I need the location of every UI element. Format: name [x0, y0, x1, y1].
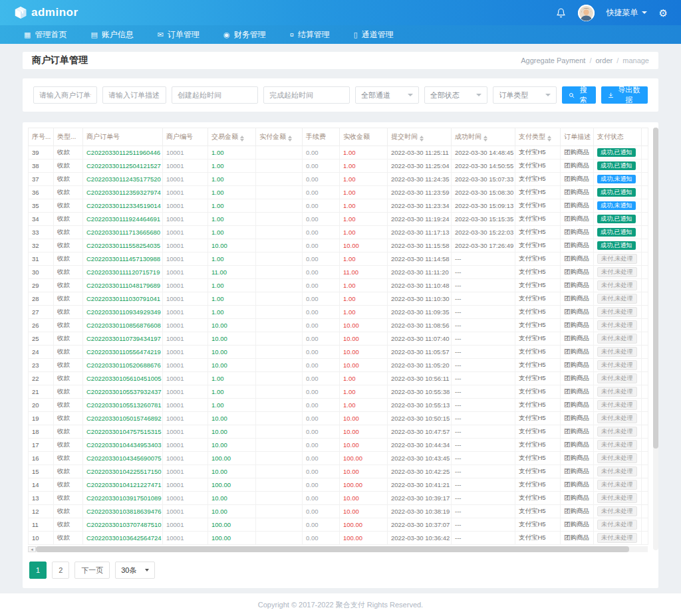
bell-icon[interactable] — [556, 8, 566, 18]
cell-pay-status: 未付,未处理 — [594, 425, 642, 439]
cell-fee: 0.00 — [303, 146, 340, 159]
cell-amount: 1.00 — [208, 385, 256, 399]
sort-icon[interactable] — [288, 136, 292, 142]
cell-amount: 1.00 — [208, 159, 256, 173]
filter-select-status[interactable]: 全部状态 — [424, 86, 488, 104]
table-row: 39收款C20220330112511960446100011.000.001.… — [29, 146, 648, 159]
cell-filler — [642, 253, 648, 266]
status-badge: 成功,已通知 — [597, 161, 636, 170]
cell-seq: 15 — [29, 465, 54, 478]
cell-merchant-no: 10001 — [163, 372, 208, 385]
cell-order-no: C20220330103642564724 — [83, 532, 163, 545]
vertical-scrollbar-thumb[interactable] — [653, 128, 658, 449]
user-avatar[interactable] — [578, 5, 595, 21]
page-button-2[interactable]: 2 — [52, 562, 69, 579]
cell-seq: 22 — [29, 372, 54, 385]
logo[interactable]: adminor — [13, 5, 78, 20]
cell-amount: 1.00 — [208, 226, 256, 239]
col-header-label: 序号... — [32, 133, 51, 140]
vertical-scrollbar[interactable] — [653, 128, 658, 550]
sort-icon[interactable] — [420, 136, 424, 142]
sort-icon[interactable] — [483, 136, 487, 142]
cell-paid-amount — [256, 385, 303, 399]
cell-order-desc: 团购商品 — [561, 332, 594, 346]
page-button-1[interactable]: 1 — [29, 562, 47, 579]
cell-paid-amount — [256, 159, 303, 173]
breadcrumb-separator: / — [589, 56, 591, 64]
cell-order-desc: 团购商品 — [561, 306, 594, 319]
nav-item-finance[interactable]: ◉财务管理 — [211, 25, 278, 44]
search-icon — [569, 92, 575, 99]
cell-seq: 17 — [29, 439, 54, 452]
cell-success-time: --- — [452, 399, 515, 412]
cell-fee: 0.00 — [303, 518, 340, 532]
nav-item-settle[interactable]: ¤结算管理 — [278, 25, 342, 44]
horizontal-scrollbar-thumb[interactable] — [36, 546, 629, 552]
col-header-label: 支付类型 — [519, 133, 545, 140]
cell-pay-type: 支付宝H5 — [515, 226, 561, 239]
cell-filler — [642, 266, 648, 279]
gear-icon[interactable]: ⚙ — [659, 8, 668, 18]
sort-desc-arrow — [483, 139, 487, 142]
search-button[interactable]: 搜索 — [562, 86, 596, 104]
filter-select-channel[interactable]: 全部通道 — [355, 86, 419, 104]
pagination: 12下一页30条 — [29, 562, 653, 579]
nav-item-dashboard[interactable]: ▦管理首页 — [16, 25, 78, 44]
cell-amount: 1.00 — [208, 173, 256, 186]
cell-order-no: C20220330104757515315 — [83, 425, 163, 439]
cell-pay-type: 支付宝H5 — [515, 372, 561, 385]
sort-asc-arrow — [240, 136, 244, 138]
cell-submit-time: 2022-03-30 11:09:35 — [388, 306, 452, 319]
page-size-select[interactable]: 30条 — [115, 562, 154, 579]
col-header-label: 成功时间 — [455, 133, 481, 140]
nav-item-channel[interactable]: ▯通道管理 — [342, 25, 406, 44]
cell-fee: 0.00 — [303, 425, 340, 439]
nav-item-account[interactable]: ▤账户信息 — [78, 25, 145, 44]
cell-pay-type: 支付宝H5 — [515, 239, 561, 253]
cell-pay-status: 未付,未处理 — [594, 359, 642, 372]
cell-pay-type: 支付宝H5 — [515, 279, 561, 292]
cell-seq: 31 — [29, 253, 54, 266]
sort-desc-arrow — [288, 139, 292, 142]
horizontal-scrollbar[interactable] — [36, 546, 648, 552]
status-badge: 成功,已通知 — [597, 215, 636, 223]
cell-filler — [642, 372, 648, 385]
status-badge: 未付,未处理 — [597, 254, 637, 264]
cell-type: 收款 — [54, 146, 83, 159]
cell-paid-amount — [256, 346, 303, 359]
nav-item-order[interactable]: ✉订单管理 — [146, 25, 211, 44]
cell-filler — [642, 412, 648, 425]
status-badge: 成功,已通知 — [597, 241, 636, 250]
cell-type: 收款 — [54, 199, 83, 213]
cell-order-no: C20220330105513260781 — [83, 399, 163, 412]
cell-submit-time: 2022-03-30 11:10:30 — [388, 292, 452, 306]
cell-success-time: --- — [452, 465, 515, 478]
cell-pay-status: 成功,已通知 — [594, 226, 642, 239]
breadcrumb-item: order — [595, 56, 613, 64]
cell-submit-time: 2022-03-30 11:24:35 — [388, 173, 452, 186]
sort-icon[interactable] — [547, 136, 551, 142]
cell-submit-time: 2022-03-30 10:55:38 — [388, 385, 452, 399]
create-start-time-input[interactable] — [172, 86, 258, 104]
order-desc-input[interactable] — [102, 86, 166, 104]
cell-success-time: --- — [452, 266, 515, 279]
cell-merchant-no: 10001 — [163, 199, 208, 213]
cell-received: 10.00 — [340, 319, 388, 332]
cell-order-no: C20220330110856876608 — [83, 319, 163, 332]
filter-select-order-type[interactable]: 订单类型 — [493, 86, 557, 104]
scroll-left-button[interactable]: ◂ — [28, 546, 36, 552]
col-header-paid-amount: 实付金额 — [256, 128, 303, 146]
cell-success-time: --- — [452, 385, 515, 399]
sort-icon[interactable] — [240, 136, 244, 142]
table-row: 16收款C2022033010434569007510001100.000.00… — [29, 452, 648, 465]
cell-order-no: C20220330111120715719 — [83, 266, 163, 279]
cell-order-no: C20220330110739434197 — [83, 332, 163, 346]
cell-merchant-no: 10001 — [163, 478, 208, 492]
quick-menu-dropdown[interactable]: 快捷菜单 — [607, 7, 647, 19]
next-page-button[interactable]: 下一页 — [74, 562, 110, 579]
merchant-order-no-input[interactable] — [33, 86, 97, 104]
cell-pay-type: 支付宝H5 — [515, 385, 561, 399]
export-button[interactable]: 导出数据 — [601, 86, 648, 104]
finish-start-time-input[interactable] — [263, 86, 350, 104]
cell-pay-status: 成功,未通知 — [594, 173, 642, 186]
